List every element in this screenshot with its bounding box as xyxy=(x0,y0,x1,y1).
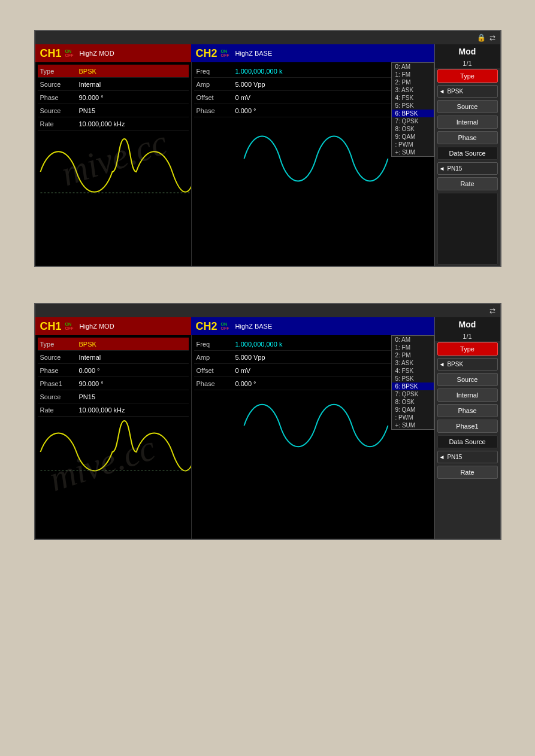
dd-item-am-2[interactable]: 0: AM xyxy=(392,336,434,344)
sidebar-btn-phase1-2[interactable]: Phase1 xyxy=(437,420,498,433)
dd-item-qpsk-1[interactable]: 7: QPSK xyxy=(392,117,434,125)
source1-label: Source xyxy=(38,81,77,88)
sidebar-btn-phase-1[interactable]: Phase xyxy=(437,131,498,144)
dd-item-pm-1[interactable]: 2: PM xyxy=(392,78,434,86)
ch1-on: ON xyxy=(65,49,74,53)
sidebar-btn-internal-1[interactable]: Internal xyxy=(437,116,498,129)
dropdown-1[interactable]: 0: AM 1: FM 2: PM 3: ASK 4: FSK 5: PSK 6… xyxy=(391,62,434,157)
ch2-on: ON xyxy=(221,49,229,53)
type-value: BPSK xyxy=(77,68,96,75)
ch-headers-1: CH1 ON OFF HighZ MOD CH2 ON OFF Hi xyxy=(35,44,434,62)
dd-item-fm-2[interactable]: 1: FM xyxy=(392,344,434,351)
dd-item-bpsk-2[interactable]: 6: BPSK xyxy=(392,382,434,390)
freq1-value: 1.000,000,000 k xyxy=(233,68,283,75)
dd-item-qam-1[interactable]: 9: QAM xyxy=(392,133,434,141)
sidebar-btn-type-2[interactable]: Type xyxy=(437,342,498,356)
param-row-type-2: Type BPSK xyxy=(38,338,189,351)
ch1-label: CH1 xyxy=(40,47,62,60)
ch1-off-2: OFF xyxy=(65,326,74,330)
dd-item-pwm-1[interactable]: : PWM xyxy=(392,141,434,148)
rate-label-2: Rate xyxy=(38,406,77,414)
sidebar-btn-datasource-2[interactable]: Data Source xyxy=(437,435,498,448)
ch2-params-2: Freq 1.000,000,000 k Amp 5.000 Vpp Offse… xyxy=(191,335,434,539)
ch2-mode: HighZ BASE xyxy=(235,50,273,57)
sidebar-title-2: Mod xyxy=(435,317,500,332)
sidebar-btn-pn15-2[interactable]: ◄ PN15 xyxy=(437,451,498,463)
source2-value-2: PN15 xyxy=(77,393,96,400)
source1-value: Internal xyxy=(77,81,101,88)
sidebar-btn-pn15-1[interactable]: ◄ PN15 xyxy=(437,162,498,175)
sidebar-btn-internal-2[interactable]: Internal xyxy=(437,388,498,402)
dd-item-pwm-2[interactable]: : PWM xyxy=(392,414,434,421)
phase1-value: 90.000 ° xyxy=(77,94,104,101)
param-row-phase1: Phase 90.000 ° xyxy=(38,91,189,104)
freq-value-2: 1.000,000,000 k xyxy=(233,341,283,348)
dd-item-osk-1[interactable]: 8: OSK xyxy=(392,125,434,133)
dd-item-qpsk-2[interactable]: 7: QPSK xyxy=(392,390,434,398)
sidebar-page-1: 1/1 xyxy=(435,59,500,68)
rate1-value: 10.000,000 kHz xyxy=(77,120,125,127)
dd-item-ask-1[interactable]: 3: ASK xyxy=(392,86,434,94)
top-bar-2: ⇄ xyxy=(35,304,500,317)
sidebar-2: Mod 1/1 Type ◄ BPSK Source Internal Phas… xyxy=(434,317,500,539)
dd-item-sum-1[interactable]: +: SUM xyxy=(392,148,434,156)
amp1-value: 5.000 Vpp xyxy=(233,81,265,88)
sidebar-btn-datasource-1[interactable]: Data Source xyxy=(437,147,498,160)
ch1-params-2: Type BPSK Source Internal Phase 0.000 ° xyxy=(35,335,191,539)
freq1-label: Freq xyxy=(194,68,233,75)
sidebar-btn-phase-2[interactable]: Phase xyxy=(437,404,498,417)
sidebar-btn-bpsk-1[interactable]: ◄ BPSK xyxy=(437,85,498,98)
ch-headers-2: CH1 ON OFF HighZ MOD CH2 ON OFF Hi xyxy=(35,317,434,335)
dd-item-am-1[interactable]: 0: AM xyxy=(392,63,434,71)
main-layout-2: CH1 ON OFF HighZ MOD CH2 ON OFF Hi xyxy=(35,317,500,539)
phase1-value-2: 90.000 ° xyxy=(77,380,104,387)
offset-value-2: 0 mV xyxy=(233,367,251,374)
dd-item-sum-2[interactable]: +: SUM xyxy=(392,421,434,429)
ch2-off: OFF xyxy=(221,53,229,57)
sidebar-btn-source-2[interactable]: Source xyxy=(437,373,498,386)
type-value-2: BPSK xyxy=(77,341,96,348)
phase-ch2-2-value: 0.000 ° xyxy=(233,380,256,387)
source1-label-2: Source xyxy=(38,354,77,361)
dropdown-2[interactable]: 0: AM 1: FM 2: PM 3: ASK 4: FSK 5: PSK 6… xyxy=(391,335,434,430)
dd-item-qam-2[interactable]: 9: QAM xyxy=(392,406,434,414)
offset1-label: Offset xyxy=(194,94,233,101)
dd-item-fm-1[interactable]: 1: FM xyxy=(392,71,434,78)
arrow-left-icon-pn15-1: ◄ xyxy=(439,165,445,172)
dd-item-pm-2[interactable]: 2: PM xyxy=(392,351,434,359)
lock-icon: 🔒 xyxy=(477,34,486,42)
instrument-area-2: CH1 ON OFF HighZ MOD CH2 ON OFF Hi xyxy=(35,317,434,539)
phase-ch2-2-label: Phase xyxy=(194,380,233,387)
param-row-phase1-2: Phase1 90.000 ° xyxy=(38,377,189,390)
pn15-label-1: PN15 xyxy=(447,165,462,172)
usb-icon: ⇄ xyxy=(489,34,495,42)
rate1-label: Rate xyxy=(38,120,77,127)
param-row-type: Type BPSK xyxy=(38,65,189,78)
param-row-source1-2: Source Internal xyxy=(38,351,189,364)
param-row-rate-2: Rate 10.000,000 kHz xyxy=(38,403,189,417)
amp-value-2: 5.000 Vpp xyxy=(233,354,265,361)
ch1-mode-2: HighZ MOD xyxy=(80,323,114,330)
dd-item-fsk-1[interactable]: 4: FSK xyxy=(392,94,434,102)
dd-item-bpsk-1[interactable]: 6: BPSK xyxy=(392,110,434,117)
dd-item-osk-2[interactable]: 8: OSK xyxy=(392,398,434,406)
source1-value-2: Internal xyxy=(77,354,101,361)
dd-item-fsk-2[interactable]: 4: FSK xyxy=(392,367,434,375)
sidebar-btn-type-1[interactable]: Type xyxy=(437,69,498,83)
sidebar-btn-rate-2[interactable]: Rate xyxy=(437,466,498,479)
ch2-params-1: Freq 1.000,000,000 k Amp 5.000 Vpp Offse… xyxy=(191,62,434,266)
pn15-label-2: PN15 xyxy=(447,454,462,460)
dd-item-psk-1[interactable]: 5: PSK xyxy=(392,102,434,110)
dd-item-psk-2[interactable]: 5: PSK xyxy=(392,375,434,382)
arrow-left-icon-1: ◄ xyxy=(439,88,445,95)
sidebar-title-1: Mod xyxy=(435,44,500,59)
dd-item-ask-2[interactable]: 3: ASK xyxy=(392,359,434,367)
top-bar-icons-2: ⇄ xyxy=(489,306,495,315)
param-row-rate1: Rate 10.000,000 kHz xyxy=(38,117,189,130)
sidebar-1: Mod 1/1 Type ◄ BPSK Source Internal Phas… xyxy=(434,44,500,266)
ch2-header-2: CH2 ON OFF HighZ BASE xyxy=(191,317,434,335)
sidebar-btn-bpsk-2[interactable]: ◄ BPSK xyxy=(437,358,498,371)
sidebar-btn-source-1[interactable]: Source xyxy=(437,100,498,113)
phase-ch2-1-label: Phase xyxy=(194,107,233,114)
sidebar-btn-rate-1[interactable]: Rate xyxy=(437,177,498,190)
